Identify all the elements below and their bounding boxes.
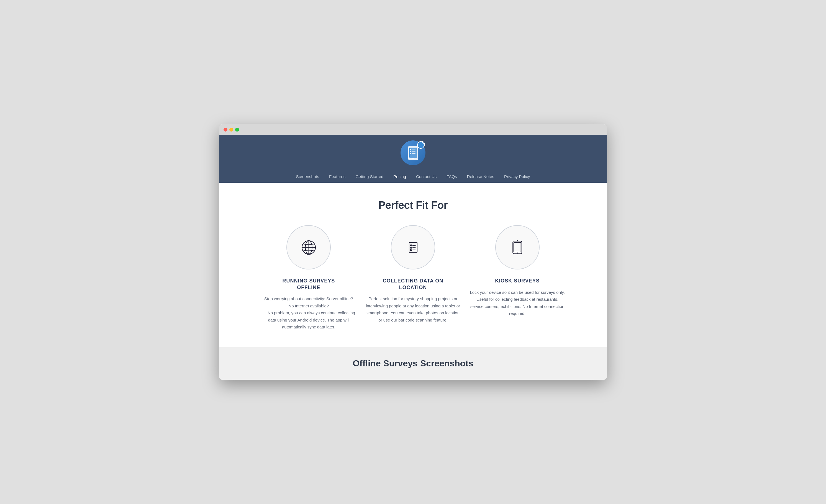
browser-chrome: [219, 124, 607, 135]
globe-icon: [300, 239, 318, 256]
svg-point-26: [517, 253, 518, 254]
card-kiosk: KIOSK SURVEYS Lock your device so it can…: [469, 225, 565, 317]
bottom-section: Offline Surveys Screenshots: [219, 347, 607, 380]
kiosk-icon: [508, 239, 526, 256]
svg-rect-4: [412, 149, 415, 150]
nav-screenshots[interactable]: Screenshots: [291, 170, 324, 183]
maximize-button[interactable]: [235, 128, 239, 132]
logo-icon: [407, 145, 419, 161]
site-header: Screenshots Features Getting Started Pri…: [219, 135, 607, 183]
browser-window: Screenshots Features Getting Started Pri…: [219, 124, 607, 379]
kiosk-card-text: Lock your device so it can be used for s…: [469, 289, 565, 317]
offline-card-text: Stop worrying about connectivity: Server…: [261, 295, 357, 331]
svg-rect-5: [410, 151, 411, 152]
checklist-icon: [404, 239, 422, 256]
location-card-text: Perfect solution for mystery shopping pr…: [365, 295, 461, 323]
bottom-title: Offline Surveys Screenshots: [230, 358, 596, 369]
svg-point-25: [517, 240, 518, 241]
svg-rect-3: [410, 149, 411, 150]
svg-rect-7: [410, 153, 411, 154]
logo: [401, 140, 425, 165]
kiosk-card-title: KIOSK SURVEYS: [495, 278, 540, 284]
minimize-button[interactable]: [229, 128, 233, 132]
svg-rect-6: [412, 151, 415, 152]
traffic-lights: [224, 128, 239, 132]
svg-rect-21: [410, 249, 412, 251]
location-card-title: COLLECTING DATA ONLOCATION: [383, 278, 444, 291]
cards-container: RUNNING SURVEYSOFFLINE Stop worrying abo…: [261, 225, 565, 330]
nav-faqs[interactable]: FAQs: [441, 170, 462, 183]
nav-getting-started[interactable]: Getting Started: [350, 170, 388, 183]
nav-features[interactable]: Features: [324, 170, 350, 183]
svg-rect-8: [412, 153, 415, 154]
nav-privacy[interactable]: Privacy Policy: [499, 170, 535, 183]
site-nav: Screenshots Features Getting Started Pri…: [286, 170, 541, 183]
main-content: Perfect Fit For RUNNING SUR: [219, 183, 607, 347]
nav-contact[interactable]: Contact Us: [411, 170, 441, 183]
svg-point-9: [412, 158, 414, 159]
offline-card-title: RUNNING SURVEYSOFFLINE: [282, 278, 335, 291]
card-location: COLLECTING DATA ONLOCATION Perfect solut…: [365, 225, 461, 323]
wifi-badge: [418, 141, 425, 148]
nav-pricing[interactable]: Pricing: [388, 170, 411, 183]
kiosk-icon-circle: [495, 225, 540, 269]
close-button[interactable]: [224, 128, 227, 132]
nav-release-notes[interactable]: Release Notes: [462, 170, 499, 183]
location-icon-circle: [391, 225, 435, 269]
card-offline: RUNNING SURVEYSOFFLINE Stop worrying abo…: [261, 225, 357, 330]
svg-rect-24: [514, 242, 521, 252]
section-title: Perfect Fit For: [230, 199, 596, 211]
offline-icon-circle: [286, 225, 331, 269]
